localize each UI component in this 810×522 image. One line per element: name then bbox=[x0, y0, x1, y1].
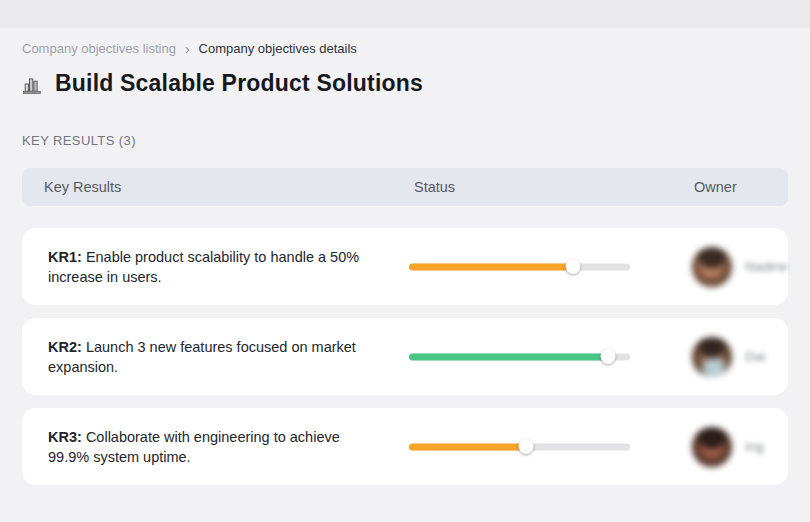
progress-thumb[interactable] bbox=[565, 259, 580, 274]
key-results-list: KR1: Enable product scalability to handl… bbox=[22, 228, 788, 485]
page-title: Build Scalable Product Solutions bbox=[55, 70, 423, 97]
kr-description: Enable product scalability to handle a 5… bbox=[48, 249, 359, 285]
owner-cell: Ing bbox=[670, 427, 788, 467]
progress-slider[interactable] bbox=[409, 408, 670, 485]
breadcrumb: Company objectives listing › Company obj… bbox=[22, 41, 788, 56]
key-result-text: KR3: Collaborate with engineering to ach… bbox=[22, 427, 409, 467]
table-header: Key Results Status Owner bbox=[22, 168, 788, 206]
key-result-text: KR2: Launch 3 new features focused on ma… bbox=[22, 337, 409, 377]
progress-track bbox=[409, 443, 630, 450]
breadcrumb-item-listing[interactable]: Company objectives listing bbox=[22, 41, 176, 56]
bar-chart-buildings-icon bbox=[22, 73, 44, 95]
avatar bbox=[692, 247, 732, 287]
owner-name: Ing bbox=[745, 439, 764, 454]
kr-label: KR3: bbox=[48, 429, 82, 445]
key-result-text: KR1: Enable product scalability to handl… bbox=[22, 247, 409, 287]
column-header-status: Status bbox=[409, 179, 670, 195]
progress-thumb[interactable] bbox=[600, 349, 615, 364]
progress-track bbox=[409, 263, 630, 270]
progress-slider[interactable] bbox=[409, 318, 670, 395]
kr-label: KR1: bbox=[48, 249, 82, 265]
okr-details-page: Company objectives listing › Company obj… bbox=[0, 0, 810, 522]
owner-name: Nadine bbox=[745, 259, 788, 274]
avatar bbox=[692, 427, 732, 467]
avatar bbox=[692, 337, 732, 377]
key-results-count-label: KEY RESULTS (3) bbox=[22, 133, 788, 148]
top-band bbox=[0, 0, 810, 28]
key-result-row[interactable]: KR1: Enable product scalability to handl… bbox=[22, 228, 788, 305]
owner-cell: Nadine bbox=[670, 247, 788, 287]
kr-description: Collaborate with engineering to achieve … bbox=[48, 429, 340, 465]
progress-fill bbox=[409, 443, 526, 450]
column-header-owner: Owner bbox=[670, 179, 788, 195]
key-result-row[interactable]: KR3: Collaborate with engineering to ach… bbox=[22, 408, 788, 485]
progress-thumb[interactable] bbox=[519, 439, 534, 454]
kr-label: KR2: bbox=[48, 339, 82, 355]
progress-fill bbox=[409, 353, 608, 360]
owner-cell: Dai bbox=[670, 337, 788, 377]
chevron-right-icon: › bbox=[185, 42, 190, 56]
owner-name: Dai bbox=[745, 349, 765, 364]
breadcrumb-item-details: Company objectives details bbox=[199, 41, 357, 56]
key-result-row[interactable]: KR2: Launch 3 new features focused on ma… bbox=[22, 318, 788, 395]
progress-slider[interactable] bbox=[409, 228, 670, 305]
progress-track bbox=[409, 353, 630, 360]
column-header-key-results: Key Results bbox=[22, 179, 409, 195]
kr-description: Launch 3 new features focused on market … bbox=[48, 339, 356, 375]
progress-fill bbox=[409, 263, 573, 270]
